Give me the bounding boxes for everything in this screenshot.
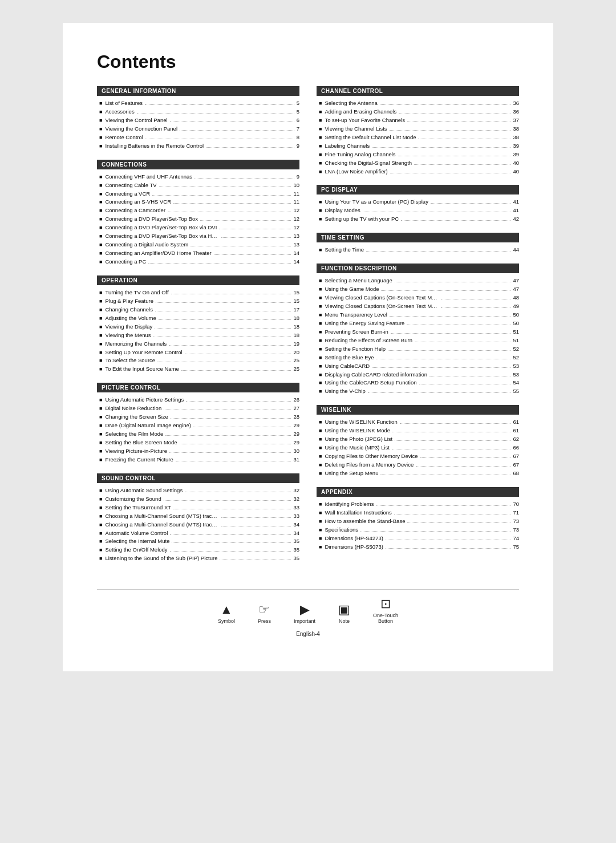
- toc-dots: [418, 139, 510, 139]
- toc-label: Viewing Closed Captions (On-Screen Text …: [325, 302, 439, 311]
- toc-dots: [400, 423, 511, 424]
- toc-page: 61: [513, 427, 519, 435]
- toc-item: ■Listening to the Sound of the Sub (PIP)…: [97, 554, 299, 563]
- toc-item: ■Connecting a DVD Player/Set-Top Box12: [97, 215, 299, 224]
- bullet-icon: ■: [99, 198, 102, 206]
- toc-item: ■Viewing the Channel Lists38: [317, 125, 519, 133]
- bullet-icon: ■: [319, 461, 322, 469]
- toc-page: 15: [293, 289, 299, 297]
- toc-page: 15: [293, 297, 299, 306]
- section-function-description: FUNCTION DESCRIPTION■Selecting a Menu La…: [317, 264, 519, 396]
- toc-label: Setting the TruSurround XT: [105, 504, 171, 512]
- toc-item: ■Using the WISELINK Mode61: [317, 427, 519, 435]
- toc-label: Using the V-Chip: [325, 387, 365, 396]
- bullet-icon: ■: [319, 108, 322, 116]
- toc-page: 25: [293, 356, 299, 365]
- bullet-icon: ■: [99, 366, 102, 374]
- toc-dots: [155, 311, 291, 311]
- toc-label: Changing the Screen Size: [105, 413, 168, 421]
- toc-label: To Edit the Input Source Name: [105, 365, 179, 374]
- bullet-icon: ■: [319, 286, 322, 294]
- toc-page: 73: [513, 517, 519, 526]
- bullet-icon: ■: [319, 518, 322, 526]
- toc-dots: [148, 263, 291, 264]
- toc-dots: [388, 350, 510, 351]
- toc-item: ■Connecting Cable TV10: [97, 181, 299, 190]
- toc-page: 7: [297, 125, 299, 133]
- toc-page: 5: [297, 99, 299, 108]
- toc-dots: [441, 307, 510, 308]
- toc-item: ■Reducing the Effects of Screen Burn51: [317, 337, 519, 345]
- toc-item: ■Using the WISELINK Function61: [317, 418, 519, 427]
- toc-page: 9: [297, 173, 299, 181]
- bullet-icon: ■: [99, 332, 102, 340]
- toc-item: ■Customizing the Sound32: [97, 495, 299, 504]
- toc-dots: [381, 290, 510, 291]
- toc-page: 29: [293, 430, 299, 439]
- toc-item: ■Checking the Digital-Signal Strength40: [317, 159, 519, 168]
- toc-dots: [380, 104, 511, 105]
- toc-label: Adjusting the Volume: [105, 314, 156, 323]
- toc-label: Setting the Default Channel List Mode: [325, 133, 416, 142]
- toc-page: 35: [293, 546, 299, 554]
- toc-page: 47: [513, 277, 519, 285]
- toc-page: 12: [293, 215, 299, 224]
- toc-page: 41: [513, 206, 519, 215]
- toc-dots: [390, 130, 511, 131]
- toc-item: ■Copying Files to Other Memory Device67: [317, 452, 519, 461]
- toc-item: ■Remote Control8: [97, 133, 299, 142]
- toc-item: ■Using CableCARD53: [317, 362, 519, 371]
- bullet-icon: ■: [319, 444, 322, 452]
- bullet-icon: ■: [99, 233, 102, 241]
- bullet-icon: ■: [99, 357, 102, 365]
- toc-page: 39: [513, 142, 519, 151]
- toc-dots: [193, 427, 291, 427]
- bullet-icon: ■: [99, 100, 102, 108]
- bullet-icon: ■: [319, 207, 322, 215]
- bullet-icon: ■: [99, 396, 102, 404]
- footer-icon-one-touch-button: ⊡One-Touch Button: [373, 598, 398, 624]
- toc-item: ■Deleting Files from a Memory Device67: [317, 461, 519, 469]
- toc-page: 52: [513, 345, 519, 354]
- bullet-icon: ■: [319, 303, 322, 311]
- toc-item: ■Using the Photo (JPEG) List62: [317, 435, 519, 444]
- toc-item: ■Changing Channels17: [97, 306, 299, 314]
- toc-dots: [360, 531, 510, 532]
- toc-item: ■Selecting the Antenna36: [317, 99, 519, 108]
- section-header-connections: CONNECTIONS: [97, 160, 299, 169]
- toc-label: Setting the Blue Screen Mode: [105, 439, 177, 447]
- toc-label: Wall Installation Instructions: [325, 509, 391, 517]
- toc-item: ■Setting Up Your Remote Control20: [97, 348, 299, 357]
- toc-page: 28: [293, 413, 299, 421]
- toc-item: ■Accessories5: [97, 108, 299, 116]
- bullet-icon: ■: [99, 431, 102, 439]
- toc-page: 53: [513, 362, 519, 371]
- toc-label: Selecting a Menu Language: [325, 277, 392, 285]
- toc-page: 6: [297, 116, 299, 125]
- important-icon: ▶: [300, 603, 310, 616]
- toc-item: ■Wall Installation Instructions71: [317, 509, 519, 517]
- toc-item: ■Adding and Erasing Channels36: [317, 108, 519, 116]
- toc-label: Dimensions (HP-S5073): [325, 543, 383, 552]
- section-general-information: GENERAL INFORMATION■List of Features5■Ac…: [97, 86, 299, 151]
- bullet-icon: ■: [99, 258, 102, 266]
- toc-item: ■Setting the Function Help52: [317, 345, 519, 354]
- toc-item: ■Using Your TV as a Computer (PC) Displa…: [317, 198, 519, 206]
- toc-dots: [414, 164, 510, 165]
- bullet-icon: ■: [319, 453, 322, 461]
- toc-label: Connecting a DVD Player/Set-Top Box: [105, 215, 198, 224]
- bullet-icon: ■: [319, 535, 322, 543]
- bullet-icon: ■: [319, 379, 322, 387]
- toc-item: ■Fine Tuning Analog Channels39: [317, 151, 519, 159]
- toc-item: ■Using the Game Mode47: [317, 285, 519, 294]
- bullet-icon: ■: [99, 521, 102, 529]
- bullet-icon: ■: [319, 246, 322, 254]
- bullet-icon: ■: [319, 329, 322, 337]
- toc-label: Customizing the Sound: [105, 495, 161, 504]
- bullet-icon: ■: [99, 250, 102, 258]
- toc-label: Using the WISELINK Mode: [325, 427, 390, 435]
- toc-dots: [380, 475, 510, 475]
- toc-dots: [214, 254, 291, 255]
- bullet-icon: ■: [319, 100, 322, 108]
- bullet-icon: ■: [99, 448, 102, 456]
